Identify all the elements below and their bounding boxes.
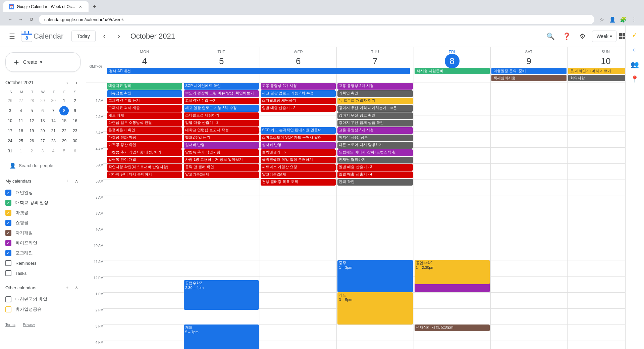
other-calendars-header[interactable]: Other calendars + ∧ — [0, 281, 86, 294]
mini-day-7[interactable]: 7 — [49, 106, 58, 115]
event-wed-5[interactable]: 스마트스토어 SCP 카드 구매사 달러 — [261, 135, 336, 141]
hour-cell-tue-8[interactable] — [183, 212, 260, 228]
mini-cal-next[interactable]: › — [72, 79, 80, 87]
hour-cell-mon-7[interactable] — [106, 196, 183, 212]
hour-cell-tue-14[interactable] — [183, 308, 260, 325]
event-tue-8[interactable]: 실서버 반영 — [184, 142, 259, 149]
hour-cell-fri-6[interactable] — [414, 180, 490, 196]
hour-cell-sat-5[interactable] — [491, 163, 567, 180]
allday-event-sat-1[interactable]: 색재심리시험 — [491, 75, 567, 81]
apps-button[interactable] — [619, 33, 625, 39]
hour-cell-tue-9[interactable] — [183, 228, 260, 244]
mini-day-18[interactable]: 18 — [16, 126, 25, 136]
event-thu-11[interactable]: 일별 매출 산출기 - 3 — [337, 164, 413, 171]
mini-day-3[interactable]: 3 — [5, 106, 15, 115]
mini-day-29[interactable]: 29 — [38, 96, 47, 105]
hour-cell-wed-14[interactable] — [260, 308, 336, 325]
mini-day-19[interactable]: 19 — [27, 126, 37, 136]
my-calendar-item-6[interactable]: ✓포크레인 — [0, 248, 86, 258]
mini-day-10[interactable]: 10 — [5, 116, 15, 126]
reload-button[interactable]: ↺ — [27, 15, 36, 24]
hour-cell-fri-13[interactable] — [414, 292, 490, 308]
hour-cell-thu-15[interactable] — [337, 325, 413, 341]
event-wed-2[interactable]: 스타필드점 세팅하기 — [261, 98, 336, 104]
event-thu-4[interactable]: 강아지 우산 광고 확인 — [337, 112, 413, 119]
side-contacts-icon[interactable]: 👥 — [628, 58, 642, 71]
my-calendar-item-2[interactable]: ✓마켓콩 — [0, 208, 86, 218]
mini-day-12[interactable]: 12 — [27, 116, 37, 126]
event-mon-3[interactable]: 고체재료 과제 재출 — [107, 105, 182, 112]
hour-cell-sat-9[interactable] — [491, 228, 567, 244]
mini-day-27[interactable]: 27 — [16, 96, 25, 105]
account-icon[interactable]: 👤 — [608, 15, 617, 24]
hour-cell-mon-8[interactable] — [106, 212, 183, 228]
other-calendars-collapse[interactable]: ∧ — [72, 284, 80, 292]
event-thu-13[interactable]: 잔돼 확인 — [337, 179, 413, 186]
other-calendar-checkbox-1[interactable] — [5, 306, 11, 312]
hour-cell-sat-2[interactable] — [491, 115, 567, 131]
hour-cell-mon-10[interactable] — [106, 244, 183, 260]
event-mon-11[interactable]: 작업사항 확인(테스트서버 반영사항) — [107, 164, 182, 171]
mini-day-15[interactable]: 15 — [59, 116, 69, 126]
bookmark-icon[interactable]: ☆ — [597, 15, 606, 24]
mini-day-30[interactable]: 30 — [49, 96, 58, 105]
hour-cell-thu-9[interactable] — [337, 228, 413, 244]
other-calendar-item-1[interactable]: 휴가일정공유 — [0, 304, 86, 314]
menu-icon[interactable]: ⋮ — [629, 15, 639, 24]
hour-cell-sat-14[interactable] — [491, 308, 567, 325]
event-thu-6[interactable]: 고용 동영상 3개 시청 — [337, 127, 413, 134]
my-calendar-checkbox-1[interactable]: ✓ — [5, 200, 11, 206]
event-tue-1[interactable]: 속도가 굉장히 느린 이슈 발생, 확인해보기 — [184, 90, 259, 97]
allday-event-sat-0[interactable]: 여행일정 문의, 준비 — [491, 68, 567, 74]
hour-cell-fri-1[interactable] — [414, 99, 490, 115]
hour-cell-thu-7[interactable] — [337, 196, 413, 212]
mini-day-13[interactable]: 13 — [38, 116, 47, 126]
event-mon-2[interactable]: 고체역약 수업 듣기 — [107, 98, 182, 104]
mini-day-11[interactable]: 11 — [16, 116, 25, 126]
hour-cell-mon-13[interactable] — [106, 292, 183, 308]
event-tue-3[interactable]: 재고 일괄 업로드 기능 3차 수정 — [184, 105, 259, 112]
event-wed-9[interactable]: 파트너스 가결산 요청 — [261, 164, 336, 171]
hour-cell-sat-12[interactable] — [491, 276, 567, 292]
hour-cell-thu-8[interactable] — [337, 212, 413, 228]
mini-day-30[interactable]: 30 — [70, 136, 80, 146]
hour-cell-wed-10[interactable] — [260, 244, 336, 260]
hour-cell-wed-15[interactable] — [260, 325, 336, 341]
url-bar[interactable]: calendar.google.com/calendar/u/0/r/week — [39, 15, 594, 24]
event-tue-14[interactable]: 캐드 5 – 7pm — [184, 325, 259, 349]
next-week-button[interactable]: › — [113, 30, 125, 42]
hour-cell-mon-6[interactable] — [106, 180, 183, 196]
event-wed-4[interactable]: SCP 카드 본격적인 판매자료 만들어 — [261, 127, 336, 134]
my-calendar-checkbox-6[interactable]: ✓ — [5, 250, 11, 256]
event-wed-8[interactable]: 클릭앤셀러 작업 일정 분배하기 — [261, 157, 336, 163]
side-maps-icon[interactable]: 📍 — [628, 72, 642, 86]
event-thu-15[interactable]: 캐드 3 – 5pm — [337, 292, 413, 325]
hour-cell-mon-12[interactable] — [106, 276, 183, 292]
event-tue-2[interactable]: 고체역약 수업 듣기 — [184, 98, 259, 104]
event-mon-9[interactable]: 마켓콩 추가 작업사항 배정, 처리 — [107, 149, 182, 156]
mini-day-5[interactable]: 5 — [59, 146, 69, 156]
allday-event-fri-0[interactable]: 색시험 시험준비 — [415, 68, 490, 74]
hour-cell-mon-11[interactable] — [106, 260, 183, 276]
event-thu-2[interactable]: 뉴 프론트 개발자 찾기 — [337, 98, 413, 104]
hour-cell-fri-10[interactable] — [414, 244, 490, 260]
event-thu-12[interactable]: 일별 매출 산출기 - 4 — [337, 171, 413, 178]
event-thu-7[interactable]: 이지삼 사용, 공부 — [337, 135, 413, 141]
event-mon-12[interactable]: 각아지 유비 다시 준비하기 — [107, 171, 182, 178]
hour-cell-mon-9[interactable] — [106, 228, 183, 244]
hour-cell-tue-11[interactable] — [183, 260, 260, 276]
hour-cell-thu-10[interactable] — [337, 244, 413, 260]
event-mon-4[interactable]: 캐드 과제 — [107, 112, 182, 119]
hour-cell-mon-15[interactable] — [106, 325, 183, 341]
hour-cell-wed-16[interactable] — [260, 341, 336, 349]
active-tab[interactable]: 📅 Google Calendar - Week of Oc... × — [3, 1, 89, 12]
other-calendar-item-0[interactable]: 대한민국의 휴일 — [0, 294, 86, 304]
event-mon-5[interactable]: 다련님 업무 소통방식 전달 — [107, 120, 182, 127]
hour-cell-tue-7[interactable] — [183, 196, 260, 212]
event-wed-0[interactable]: 고용 동영상 2개 시청 — [261, 83, 336, 90]
forward-button[interactable]: → — [16, 15, 25, 24]
my-calendar-item-5[interactable]: ✓파이프라인 — [0, 238, 86, 248]
event-tue-5[interactable]: 일별 매출 산출기 - 2 — [184, 120, 259, 127]
mini-day-5[interactable]: 5 — [27, 106, 37, 115]
mini-day-2[interactable]: 2 — [70, 96, 80, 105]
